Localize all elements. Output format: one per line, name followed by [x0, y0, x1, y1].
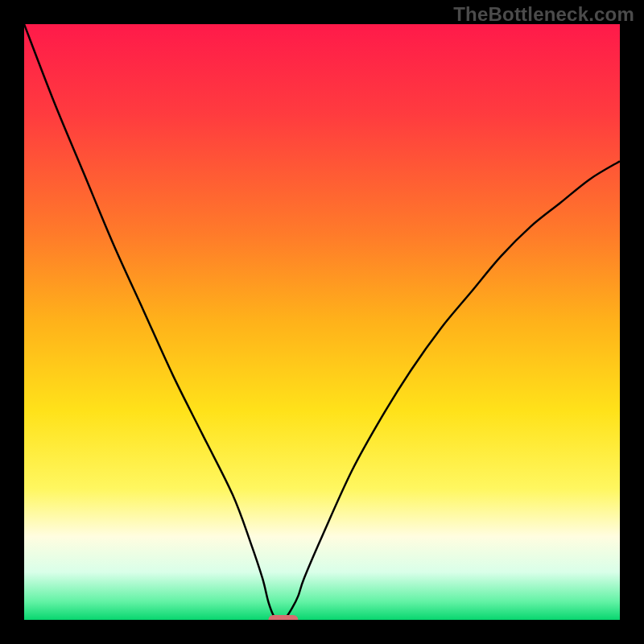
chart-frame: TheBottleneck.com: [0, 0, 644, 644]
plot-area: [24, 24, 620, 620]
watermark-text: TheBottleneck.com: [453, 3, 634, 26]
optimal-zone-marker: [268, 615, 298, 620]
gradient-background: [24, 24, 620, 620]
bottleneck-curve-chart: [24, 24, 620, 620]
